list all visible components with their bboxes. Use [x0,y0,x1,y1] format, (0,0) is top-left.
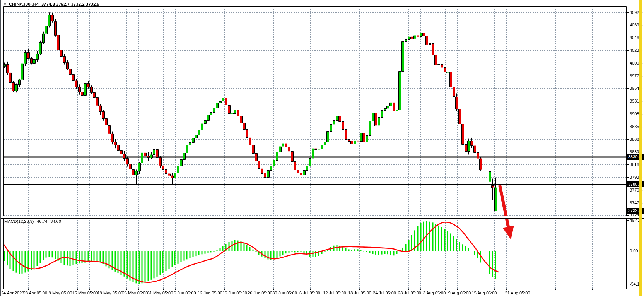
time-tick-label: 28 Apr 05:00 [23,291,47,295]
chart-title: ▼CHINA300-,H4 3774.8 3792.7 3732.2 3732.… [3,2,99,7]
chart-window: ▼CHINA300-,H4 3774.8 3792.7 3732.2 3732.… [0,0,644,296]
time-tick-label: 15 Aug 05:00 [472,291,497,295]
time-tick-label: 24 Apr 2023 [1,291,24,295]
time-tick-label: 6 Jun 05:00 [174,291,196,295]
time-tick-label: 12 Jul 05:00 [323,291,346,295]
ohlc-readout: 3774.8 3792.7 3732.2 3732.5 [41,2,99,7]
time-tick-label: 9 Aug 05:00 [448,291,471,295]
window-edge-strip [639,0,642,296]
time-tick-label: 25 May 05:00 [122,291,148,295]
symbol-dropdown-icon[interactable]: ▼ [3,3,7,6]
time-tick-label: 16 Jun 05:00 [222,291,247,295]
time-tick-label: 12 Jun 05:00 [198,291,222,295]
time-tick-label: 28 Jul 05:00 [398,291,421,295]
symbol-label: CHINA300-,H4 [9,2,39,7]
macd-main-value: -46.74 [35,219,47,224]
time-tick-label: 15 May 05:00 [72,291,98,295]
macd-signal-value: -34.60 [49,219,61,224]
time-tick-label: 26 Jun 05:00 [248,291,272,295]
time-tick-label: 3 Aug 05:00 [423,291,446,295]
time-tick-label: 24 Jul 05:00 [373,291,396,295]
time-tick-label: 18 Jul 05:00 [348,291,371,295]
time-tick-label: 21 Aug 05:00 [505,291,530,295]
time-tick-label: 19 May 05:00 [97,291,123,295]
price-chart-canvas[interactable] [0,0,644,296]
macd-tick-label: 0.00 [630,248,638,253]
time-tick-label: 9 May 05:00 [49,291,72,295]
macd-name: MACD(12,26,9) [4,219,34,224]
macd-indicator-label: MACD(12,26,9)-46.74-34.60 [4,219,63,224]
time-tick-label: 6 Jul 05:00 [299,291,320,295]
time-tick-label: 31 May 05:00 [147,291,173,295]
panel-separator[interactable] [0,216,644,219]
time-tick-label: 30 Jun 05:00 [272,291,297,295]
